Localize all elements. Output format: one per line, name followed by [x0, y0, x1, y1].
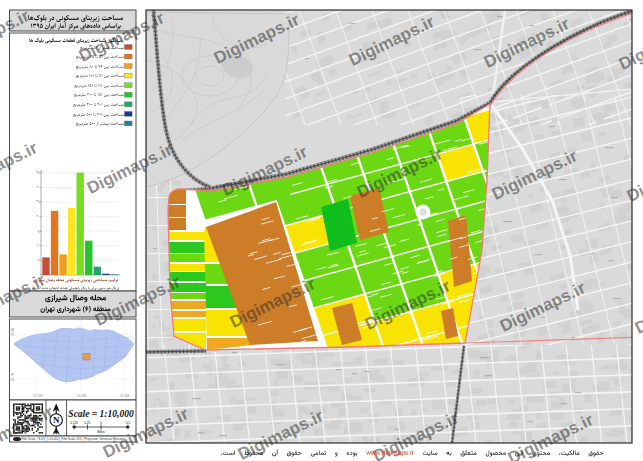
svg-text:Scale = 1:10,000: Scale = 1:10,000: [68, 409, 134, 419]
svg-text:51.35E: 51.35E: [77, 394, 87, 398]
svg-text:35.8N: 35.8N: [11, 328, 15, 336]
svg-text:51.45E: 51.45E: [120, 394, 130, 398]
svg-text:0.125: 0.125: [70, 421, 78, 425]
svg-text:51.25E: 51.25E: [33, 394, 43, 398]
svg-text:35.7N: 35.7N: [11, 373, 15, 381]
svg-text:0.5: 0.5: [126, 421, 131, 425]
svg-text:Miles: Miles: [97, 430, 105, 434]
svg-text:0.25: 0.25: [85, 421, 91, 425]
